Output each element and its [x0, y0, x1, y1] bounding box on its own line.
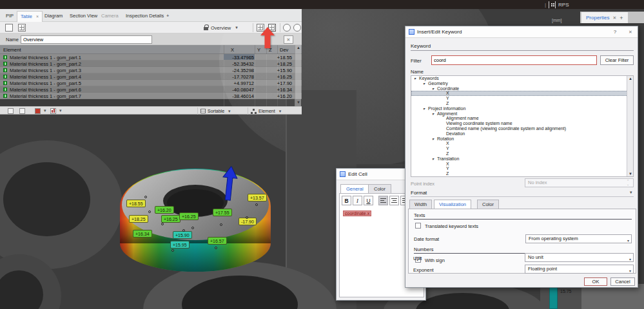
- name-input[interactable]: [21, 35, 152, 44]
- tab-camera[interactable]: Camera: [98, 11, 122, 22]
- close-dialog-button[interactable]: [627, 29, 634, 35]
- tree-item[interactable]: Project information: [411, 106, 633, 111]
- tree-item[interactable]: X: [411, 162, 633, 167]
- tree-label: Translation: [437, 156, 459, 161]
- table-row[interactable]: Material thickness 1 - gom_part.6 -40.08…: [0, 86, 302, 93]
- filter-label: Filter: [411, 58, 422, 64]
- chart-icon[interactable]: [50, 108, 56, 114]
- gear-icon[interactable]: [293, 24, 301, 32]
- table-style-caret[interactable]: [42, 108, 46, 113]
- italic-button[interactable]: I: [353, 196, 362, 205]
- tree-item[interactable]: Keywords: [411, 76, 633, 81]
- tab-section-view[interactable]: Section View: [66, 11, 101, 22]
- col-element[interactable]: Element: [3, 47, 21, 53]
- col-x[interactable]: X: [231, 47, 234, 53]
- underline-button[interactable]: U: [364, 196, 373, 205]
- scroll-down-icon[interactable]: ▼: [628, 172, 633, 176]
- table-style-icon[interactable]: [35, 108, 41, 114]
- filter-input[interactable]: [431, 55, 597, 65]
- close-icon[interactable]: [612, 15, 616, 21]
- close-table-button[interactable]: [284, 35, 293, 44]
- tree-label: X: [446, 91, 449, 95]
- tab-color[interactable]: Color: [477, 200, 499, 209]
- keyword-tree[interactable]: Keywords Geometry Coordinate X Y Z Proje…: [411, 75, 634, 177]
- measurement-point: [246, 216, 248, 219]
- translated-checkbox[interactable]: [415, 223, 421, 229]
- close-tab-icon[interactable]: ×: [36, 14, 39, 19]
- table-row[interactable]: Material thickness 1 - gom_part.7 -38.46…: [0, 93, 302, 99]
- table-row[interactable]: Material thickness 1 - gom_part.2 -52.35…: [0, 61, 302, 67]
- tab-diagram[interactable]: Diagram: [41, 11, 66, 22]
- align-left-button[interactable]: [378, 196, 388, 205]
- tab-inspection-details[interactable]: Inspection Details: [122, 11, 167, 22]
- table-row[interactable]: Material thickness 1 - gom_part.5 +4.997…: [0, 80, 302, 86]
- align-center-button[interactable]: [389, 196, 399, 205]
- tab-width[interactable]: Width: [409, 200, 432, 209]
- add-page-button[interactable]: +: [163, 11, 172, 22]
- tree-item[interactable]: Coordinate: [411, 86, 633, 91]
- table-row[interactable]: Material thickness 1 - gom_part.4 -17.70…: [0, 73, 302, 80]
- tree-item[interactable]: Y: [411, 146, 633, 151]
- tree-scrollbar[interactable]: ▲▼: [627, 76, 633, 176]
- tab-general[interactable]: General: [340, 184, 369, 193]
- deviation-label: +16.20: [155, 206, 174, 214]
- bold-button[interactable]: B: [342, 196, 351, 205]
- dev-value: +17.90: [266, 80, 292, 86]
- tree-item[interactable]: Viewing coordinate system name: [411, 121, 633, 126]
- tab-table[interactable]: Table ×: [17, 11, 43, 22]
- tree-item[interactable]: Alignment: [411, 111, 633, 117]
- element-cube-icon: [3, 88, 7, 91]
- add-table-icon[interactable]: [5, 24, 13, 32]
- col-dev[interactable]: Dev: [280, 47, 288, 53]
- tree-item[interactable]: Y: [411, 96, 633, 101]
- dev-value: +16.34: [266, 87, 292, 93]
- tree-item[interactable]: Geometry: [411, 81, 633, 86]
- page-next-icon[interactable]: [19, 108, 25, 114]
- tree-label: Coordinate: [437, 86, 459, 91]
- scroll-down-icon[interactable]: ▼: [296, 100, 301, 104]
- collapse-icon[interactable]: ▾: [630, 190, 632, 195]
- table-row[interactable]: Material thickness 1 - gom_part.1 -33.47…: [0, 54, 302, 61]
- tree-item[interactable]: Y: [411, 166, 633, 171]
- tree-item[interactable]: Translation: [411, 156, 633, 162]
- help-button[interactable]: [611, 29, 619, 35]
- tab-pip[interactable]: PIP: [3, 11, 17, 22]
- tree-item[interactable]: Z: [411, 101, 633, 106]
- measurement-point: [171, 249, 174, 252]
- settings-icon[interactable]: [283, 24, 291, 32]
- deviation-label: -17.90: [239, 218, 257, 225]
- date-format-dropdown[interactable]: From operating system: [525, 234, 632, 243]
- tree-item[interactable]: Deviation: [411, 131, 633, 136]
- table-scrollbar[interactable]: ▲ ▼: [295, 45, 301, 106]
- table-row[interactable]: Material thickness 1 - gom_part.3 -24.35…: [0, 67, 302, 73]
- tree-item[interactable]: Combined name (viewing coordinate system…: [411, 126, 633, 131]
- tab-properties[interactable]: Properties: [581, 12, 628, 23]
- grid-icon[interactable]: [18, 24, 26, 32]
- page-prev-icon[interactable]: [8, 108, 14, 114]
- point-index-spinner[interactable]: No index: [525, 178, 634, 187]
- scroll-up-icon[interactable]: ▲: [628, 77, 633, 80]
- scroll-up-icon[interactable]: ▲: [296, 46, 301, 50]
- tab-visualization[interactable]: Visualization: [434, 200, 471, 209]
- view-selector[interactable]: Overview: [201, 23, 240, 32]
- tab-color[interactable]: Color: [368, 184, 391, 193]
- add-tab-icon[interactable]: [620, 15, 623, 21]
- keyword-token[interactable]: coordinate.x: [343, 211, 371, 216]
- tree-item[interactable]: Rotation: [411, 136, 633, 142]
- tree-item[interactable]: Z: [411, 151, 633, 156]
- ok-button[interactable]: OK: [584, 277, 607, 286]
- element-dropdown[interactable]: Element: [248, 108, 294, 115]
- unit-dropdown[interactable]: No unit: [525, 253, 634, 262]
- tree-item[interactable]: Alignment name: [411, 116, 633, 121]
- keyword-dialog-titlebar[interactable]: Insert/Edit Keyword: [405, 26, 638, 38]
- tree-item[interactable]: Z: [411, 171, 633, 176]
- tree-item-selected[interactable]: X: [411, 91, 633, 96]
- sortable-dropdown[interactable]: Sortable: [197, 108, 245, 115]
- clear-filter-button[interactable]: Clear Filter: [600, 55, 634, 65]
- cancel-button[interactable]: Cancel: [610, 277, 635, 286]
- tree-label: Alignment: [437, 111, 457, 116]
- exponent-dropdown[interactable]: Floating point: [525, 265, 634, 274]
- x-value: +4.99712: [214, 80, 254, 86]
- tree-item[interactable]: X: [411, 141, 633, 146]
- chart-caret[interactable]: [57, 108, 62, 113]
